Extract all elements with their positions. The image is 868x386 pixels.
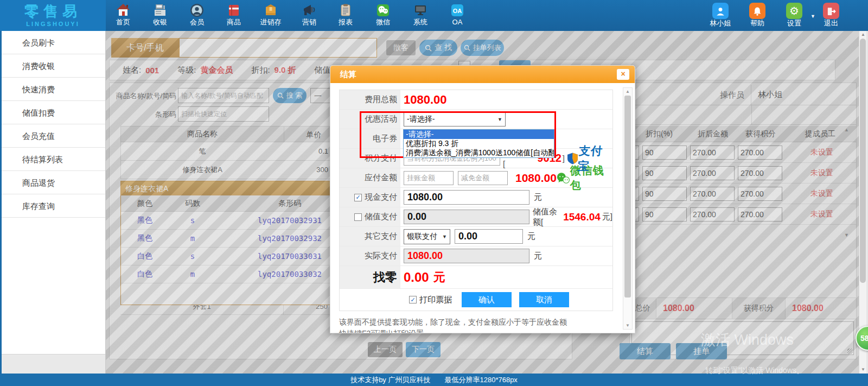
amount-input[interactable]: 270.00 bbox=[690, 145, 735, 160]
confirm-button[interactable]: 确认 bbox=[462, 292, 512, 307]
card-phone-input[interactable] bbox=[179, 38, 377, 58]
amount-input[interactable]: 270.00 bbox=[690, 207, 735, 222]
wechat-icon bbox=[375, 3, 391, 18]
operator-row: 操作员 林小姐 bbox=[629, 85, 856, 105]
inner-scroll-up-icon[interactable]: ▲ bbox=[844, 127, 849, 132]
nav-item-home[interactable]: 首页 bbox=[106, 2, 140, 30]
scrollbar-thumb[interactable] bbox=[860, 39, 866, 283]
resize-handle[interactable] bbox=[847, 349, 853, 354]
change-row: 找零 0.00 元 bbox=[340, 266, 612, 289]
settings-label: 设置 bbox=[777, 19, 811, 28]
print-receipt-checkbox[interactable]: ✓ bbox=[409, 296, 417, 303]
col-header-size: 码数 bbox=[169, 199, 216, 208]
staff-link[interactable]: 未设置 bbox=[792, 168, 852, 178]
promo-option[interactable]: 消费满送余额_消费满1000送100储值[自动翻倍] bbox=[404, 148, 554, 157]
promo-option[interactable]: -请选择- bbox=[404, 130, 554, 139]
nav-item-label: 营销 bbox=[292, 18, 326, 27]
discount-input[interactable]: 90 bbox=[642, 145, 687, 160]
nav-help[interactable]: 帮助 bbox=[741, 2, 774, 30]
payable-value: 1080.00 bbox=[515, 172, 557, 185]
product-search-button[interactable]: 搜 索 bbox=[273, 88, 307, 103]
hang-amount-input[interactable] bbox=[404, 171, 454, 185]
nav-item-marketing[interactable]: 营销 bbox=[292, 2, 326, 30]
scroll-down-icon[interactable]: ▼ bbox=[623, 322, 632, 329]
sidebar-item-consume-cashier[interactable]: 消费收银 bbox=[2, 54, 105, 78]
order-row: 90 270.00 270.00 未设置 bbox=[629, 204, 856, 225]
inner-scroll-down-icon[interactable]: ▼ bbox=[844, 232, 849, 238]
stored-pay-checkbox[interactable] bbox=[354, 213, 362, 221]
nav-item-system[interactable]: 系统 bbox=[404, 2, 437, 30]
points-input[interactable]: 270.00 bbox=[738, 207, 782, 222]
discount-input[interactable]: 90 bbox=[642, 187, 687, 201]
scrollbar-thumb[interactable] bbox=[624, 96, 631, 298]
nav-item-inventory[interactable]: 进销存 bbox=[254, 2, 288, 30]
nav-item-report[interactable]: 报表 bbox=[329, 2, 362, 30]
staff-link[interactable]: 未设置 bbox=[792, 148, 852, 157]
member-name-label: 姓名: bbox=[123, 65, 141, 75]
nav-item-member[interactable]: 会员 bbox=[180, 2, 214, 30]
other-pay-input[interactable] bbox=[455, 229, 523, 244]
points-input[interactable]: 270.00 bbox=[738, 166, 782, 180]
other-pay-method-select[interactable]: 银联支付 ▼ bbox=[404, 229, 450, 244]
cash-pay-checkbox[interactable]: ✓ bbox=[354, 194, 362, 201]
product-name-cell: 修身连衣裙A bbox=[121, 165, 284, 175]
scroll-down-icon[interactable]: ▼ bbox=[859, 366, 867, 374]
find-button[interactable]: 查 找 bbox=[419, 40, 457, 56]
sidebar-item-member-swipe[interactable]: 会员刷卡 bbox=[2, 31, 105, 54]
member-discount-value: 9.0 折 bbox=[275, 65, 296, 75]
nav-item-oa[interactable]: OA OA bbox=[441, 2, 474, 30]
marketing-icon bbox=[302, 3, 317, 18]
sidebar-item-member-recharge[interactable]: 会员充值 bbox=[2, 124, 105, 148]
discount-input[interactable]: 90 bbox=[642, 166, 687, 180]
scroll-up-icon[interactable]: ▲ bbox=[623, 88, 632, 95]
points-input[interactable]: 270.00 bbox=[738, 187, 782, 201]
points-input[interactable]: 270.00 bbox=[738, 145, 782, 160]
sidebar-item-stored-deduct[interactable]: 储值扣费 bbox=[2, 101, 105, 124]
modal-note-line2: 快捷键F3可调出打印设置 bbox=[339, 328, 618, 333]
page-scrollbar[interactable]: ▲ ▼ bbox=[859, 31, 866, 374]
modal-scrollbar[interactable]: ▲ ▼ bbox=[623, 87, 633, 330]
sidebar-item-pending-settle[interactable]: 待结算列表 bbox=[2, 148, 105, 171]
staff-link[interactable]: 未设置 bbox=[792, 210, 852, 219]
stored-pay-row: 储值支付 储值余额[ 1546.04 元] bbox=[340, 207, 612, 227]
nav-item-cashier[interactable]: 收银 bbox=[143, 2, 177, 30]
close-icon[interactable]: × bbox=[617, 69, 629, 80]
staff-link[interactable]: 未设置 bbox=[792, 189, 852, 199]
modal-title: 结算 bbox=[340, 69, 356, 79]
variant-size: m bbox=[169, 270, 216, 279]
nav-item-label: 系统 bbox=[404, 18, 437, 27]
amount-input[interactable]: 270.00 bbox=[690, 187, 735, 201]
nav-item-wechat[interactable]: 微信 bbox=[366, 2, 400, 30]
prev-page-button[interactable]: 上一页 bbox=[368, 342, 403, 357]
nav-item-goods[interactable]: 商品 bbox=[217, 2, 251, 30]
product-name-input[interactable] bbox=[178, 88, 269, 103]
promo-select[interactable]: -请选择- ▼ bbox=[404, 112, 506, 126]
sidebar-item-goods-return[interactable]: 商品退货 bbox=[2, 171, 105, 194]
operator-label: 操作员 bbox=[629, 85, 751, 105]
logo-subtitle: LINGSHOUYI bbox=[0, 21, 106, 27]
product-name-label: 商品名称/款号/简码 bbox=[111, 91, 176, 101]
sidebar-item-quick-consume[interactable]: 快速消费 bbox=[2, 78, 105, 101]
next-page-button[interactable]: 下一页 bbox=[406, 342, 441, 357]
modal-actions-row: ✓ 打印票据 确认 取消 bbox=[340, 289, 612, 311]
settle-button[interactable]: 结算 bbox=[620, 343, 671, 359]
nav-item-label: 会员 bbox=[180, 18, 214, 27]
reduce-amount-input[interactable] bbox=[458, 171, 508, 185]
yuan-unit: 元 bbox=[527, 231, 535, 242]
modal-header: 结算 × bbox=[330, 66, 635, 83]
cancel-button[interactable]: 取消 bbox=[519, 292, 569, 307]
nav-settings[interactable]: ⚙ 设置 ▼ bbox=[777, 2, 811, 30]
sidebar-item-stock-query[interactable]: 库存查询 bbox=[2, 194, 105, 218]
nav-user[interactable]: 林小姐 bbox=[704, 2, 737, 30]
amount-input[interactable]: 270.00 bbox=[690, 166, 735, 180]
print-receipt-label: 打印票据 bbox=[419, 295, 452, 305]
guest-button[interactable]: 散客 bbox=[386, 40, 416, 55]
hold-list-button[interactable]: 挂单列表 bbox=[461, 40, 504, 56]
cash-pay-input[interactable] bbox=[404, 190, 529, 205]
scroll-up-icon[interactable]: ▲ bbox=[859, 31, 867, 39]
discount-input[interactable]: 90 bbox=[642, 207, 687, 222]
nav-logout[interactable]: 退出 bbox=[814, 2, 848, 30]
barcode-input[interactable] bbox=[178, 106, 269, 122]
promo-option[interactable]: 优惠折扣 9.3 折 bbox=[404, 139, 554, 148]
stored-pay-input[interactable] bbox=[404, 210, 529, 224]
